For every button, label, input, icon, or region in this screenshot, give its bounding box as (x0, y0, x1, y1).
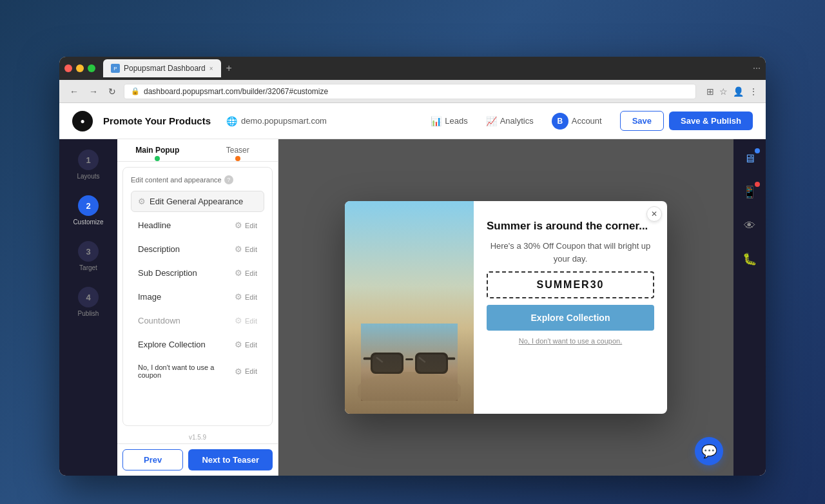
preview-button[interactable]: 👁 (738, 214, 761, 237)
debug-button[interactable]: 🐛 (738, 247, 761, 271)
toolbar-icons: ⊞ ☆ 👤 ⋮ (706, 86, 758, 97)
step-label-target: Target (79, 264, 97, 271)
menu-icon[interactable]: ⋮ (749, 86, 758, 97)
mobile-view-button[interactable]: 📱 (738, 180, 761, 204)
address-field[interactable]: 🔒 dashboard.popupsmart.com/builder/32067… (124, 84, 696, 99)
countdown-gear-icon: ⚙ (235, 316, 242, 325)
sidebar: 1 Layouts 2 Customize 3 Target 4 Publish (59, 139, 117, 476)
mobile-dot (755, 182, 760, 187)
address-text: dashboard.popupsmart.com/builder/32067#c… (144, 87, 328, 96)
next-teaser-button[interactable]: Next to Teaser (188, 449, 273, 470)
tab-teaser[interactable]: Teaser (198, 139, 278, 161)
save-button[interactable]: Save (620, 111, 664, 131)
app-title: Promote Your Products (103, 115, 211, 126)
maximize-button[interactable] (88, 64, 95, 72)
app-header: ● Promote Your Products 🌐 demo.popupsmar… (59, 103, 766, 139)
globe-icon: 🌐 (226, 116, 237, 126)
save-publish-button[interactable]: Save & Publish (669, 111, 753, 130)
help-icon[interactable]: ? (224, 175, 233, 184)
desktop-icon: 🖥 (744, 152, 755, 166)
menu-item-explore-collection[interactable]: Explore Collection ⚙ Edit (131, 334, 264, 355)
tab-label: Popupsmart Dashboard (124, 64, 206, 73)
sidebar-step-publish[interactable]: 4 Publish (78, 287, 99, 317)
account-nav-item[interactable]: B Account (544, 109, 610, 133)
step-number-1: 1 (78, 150, 99, 170)
lock-icon: 🔒 (131, 87, 140, 95)
headline-gear-icon: ⚙ (235, 220, 242, 230)
account-label: Account (572, 116, 602, 126)
menu-item-image[interactable]: Image ⚙ Edit (131, 286, 264, 307)
step-number-4: 4 (78, 287, 99, 307)
new-tab-button[interactable]: + (226, 63, 232, 74)
analytics-icon: 📈 (486, 116, 497, 126)
panel-tabs: Main Popup Teaser (117, 139, 278, 162)
leads-nav-item[interactable]: 📊 Leads (423, 112, 475, 130)
analytics-nav-item[interactable]: 📈 Analytics (478, 112, 541, 130)
explore-collection-button[interactable]: Explore Collection (487, 305, 654, 331)
explore-gear-icon: ⚙ (235, 340, 242, 349)
description-edit[interactable]: ⚙ Edit (235, 244, 257, 254)
settings-icon: ⚙ (138, 197, 146, 206)
menu-item-sub-description[interactable]: Sub Description ⚙ Edit (131, 262, 264, 284)
popup-subtitle: Here's a 30% Off Coupon that will bright… (487, 240, 654, 265)
desktop-view-button[interactable]: 🖥 (738, 147, 761, 170)
headline-edit[interactable]: ⚙ Edit (235, 220, 257, 230)
menu-item-headline[interactable]: Headline ⚙ Edit (131, 215, 264, 236)
general-appearance-label: ⚙ Edit General Appearance (138, 197, 243, 206)
preview-area: ✕ (278, 139, 733, 476)
version-label: v1.5.9 (117, 431, 278, 443)
menu-item-description[interactable]: Description ⚙ Edit (131, 238, 264, 260)
popup-close-button[interactable]: ✕ (646, 206, 662, 222)
tab-close-icon[interactable]: × (209, 65, 213, 72)
step-number-2: 2 (78, 195, 99, 216)
tab-bar: P Popupsmart Dashboard × + ⋯ (59, 57, 766, 80)
image-overlay (345, 286, 474, 414)
eye-icon: 👁 (744, 219, 755, 233)
tab-main-popup[interactable]: Main Popup (117, 139, 198, 161)
coupon-code[interactable]: SUMMER30 (487, 271, 654, 298)
prev-button[interactable]: Prev (122, 449, 183, 470)
right-toolbar: 🖥 📱 👁 🐛 (733, 139, 766, 476)
chat-button[interactable]: 💬 (695, 437, 723, 465)
bug-icon: 🐛 (742, 252, 757, 266)
leads-label: Leads (445, 116, 467, 126)
panel-footer: Prev Next to Teaser (117, 443, 278, 476)
sub-description-edit[interactable]: ⚙ Edit (235, 268, 257, 278)
tab-favicon: P (111, 64, 120, 73)
decline-gear-icon: ⚙ (235, 367, 242, 376)
image-edit[interactable]: ⚙ Edit (235, 292, 257, 302)
sidebar-step-layouts[interactable]: 1 Layouts (77, 150, 99, 180)
avatar: B (552, 113, 568, 130)
sidebar-step-customize[interactable]: 2 Customize (73, 195, 103, 226)
app-logo: ● (72, 111, 93, 131)
back-button[interactable]: ← (67, 85, 81, 98)
decline-edit[interactable]: ⚙ Edit (235, 367, 257, 376)
edit-panel: Edit content and appearance ? ⚙ Edit Gen… (122, 167, 273, 426)
decline-link[interactable]: No, I don't want to use a coupon. (487, 337, 654, 345)
description-gear-icon: ⚙ (235, 244, 242, 254)
image-gear-icon: ⚙ (235, 292, 242, 302)
main-layout: 1 Layouts 2 Customize 3 Target 4 Publish (59, 139, 766, 476)
site-url: demo.popupsmart.com (241, 116, 327, 126)
analytics-label: Analytics (500, 116, 534, 126)
bookmark-icon[interactable]: ☆ (719, 86, 728, 97)
left-panel: Main Popup Teaser Edit content and appea… (117, 139, 278, 476)
step-label-publish: Publish (78, 310, 99, 317)
close-button[interactable] (64, 64, 72, 72)
menu-item-general-appearance[interactable]: ⚙ Edit General Appearance (131, 191, 264, 212)
popup-preview: ✕ (345, 201, 667, 414)
step-label-layouts: Layouts (77, 173, 99, 180)
forward-button[interactable]: → (86, 85, 101, 98)
refresh-button[interactable]: ↻ (106, 85, 119, 98)
explore-collection-edit[interactable]: ⚙ Edit (235, 340, 257, 349)
active-tab[interactable]: P Popupsmart Dashboard × (103, 59, 221, 77)
menu-item-decline[interactable]: No, I don't want to use a coupon ⚙ Edit (131, 358, 264, 385)
leads-icon: 📊 (431, 116, 442, 126)
sidebar-step-target[interactable]: 3 Target (78, 241, 99, 271)
menu-item-countdown: Countdown ⚙ Edit (131, 310, 264, 331)
minimize-button[interactable] (76, 64, 84, 72)
popup-content: Summer is around the corner... Here's a … (474, 201, 667, 414)
logo-text: ● (80, 117, 84, 126)
profile-icon[interactable]: 👤 (733, 86, 744, 97)
extensions-icon[interactable]: ⊞ (706, 86, 714, 97)
